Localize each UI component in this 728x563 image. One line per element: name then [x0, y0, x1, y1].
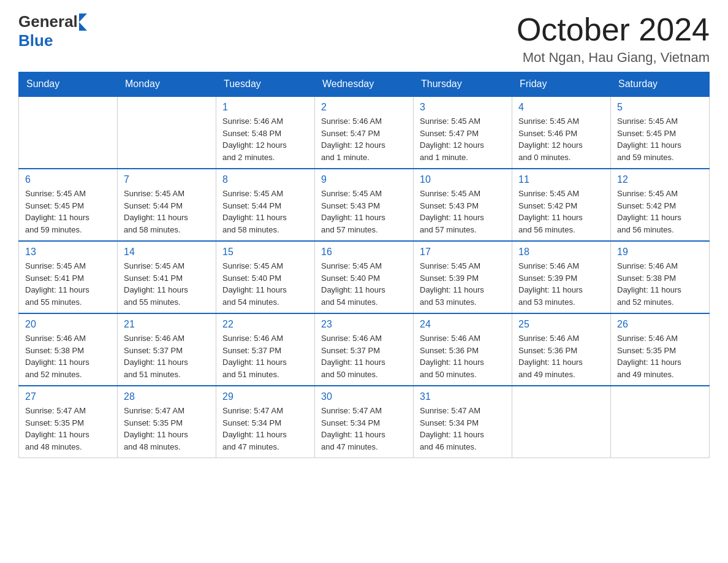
day-info: Sunrise: 5:47 AMSunset: 5:35 PMDaylight:…	[25, 405, 111, 453]
calendar-cell: 29Sunrise: 5:47 AMSunset: 5:34 PMDayligh…	[216, 386, 315, 458]
calendar-cell: 7Sunrise: 5:45 AMSunset: 5:44 PMDaylight…	[118, 169, 216, 241]
calendar-header-tuesday: Tuesday	[216, 72, 315, 97]
day-info: Sunrise: 5:46 AMSunset: 5:37 PMDaylight:…	[321, 332, 407, 380]
calendar-cell: 23Sunrise: 5:46 AMSunset: 5:37 PMDayligh…	[315, 313, 414, 386]
day-number: 31	[420, 391, 506, 402]
day-number: 29	[222, 391, 308, 402]
day-info: Sunrise: 5:45 AMSunset: 5:40 PMDaylight:…	[222, 260, 308, 308]
calendar-cell: 14Sunrise: 5:45 AMSunset: 5:41 PMDayligh…	[118, 241, 216, 313]
day-info: Sunrise: 5:47 AMSunset: 5:34 PMDaylight:…	[222, 405, 308, 453]
calendar-table: SundayMondayTuesdayWednesdayThursdayFrid…	[18, 72, 710, 458]
day-info: Sunrise: 5:45 AMSunset: 5:44 PMDaylight:…	[124, 188, 210, 236]
calendar-cell: 12Sunrise: 5:45 AMSunset: 5:42 PMDayligh…	[611, 169, 710, 241]
day-number: 30	[321, 391, 407, 402]
calendar-cell: 21Sunrise: 5:46 AMSunset: 5:37 PMDayligh…	[118, 313, 216, 386]
calendar-header-friday: Friday	[512, 72, 611, 97]
day-info: Sunrise: 5:46 AMSunset: 5:47 PMDaylight:…	[321, 115, 407, 163]
day-number: 5	[617, 102, 703, 113]
day-number: 25	[518, 319, 604, 330]
month-title: October 2024	[517, 12, 710, 47]
calendar-header-sunday: Sunday	[19, 72, 118, 97]
calendar-cell: 20Sunrise: 5:46 AMSunset: 5:38 PMDayligh…	[19, 313, 118, 386]
day-number: 21	[124, 319, 210, 330]
day-info: Sunrise: 5:45 AMSunset: 5:41 PMDaylight:…	[124, 260, 210, 308]
logo-general: General	[18, 12, 78, 31]
day-info: Sunrise: 5:47 AMSunset: 5:34 PMDaylight:…	[321, 405, 407, 453]
calendar-header-thursday: Thursday	[414, 72, 512, 97]
calendar-cell: 27Sunrise: 5:47 AMSunset: 5:35 PMDayligh…	[19, 386, 118, 458]
day-info: Sunrise: 5:45 AMSunset: 5:44 PMDaylight:…	[222, 188, 308, 236]
calendar-cell	[512, 386, 611, 458]
day-number: 11	[518, 174, 604, 185]
calendar-cell: 30Sunrise: 5:47 AMSunset: 5:34 PMDayligh…	[315, 386, 414, 458]
day-info: Sunrise: 5:45 AMSunset: 5:40 PMDaylight:…	[321, 260, 407, 308]
day-number: 20	[25, 319, 111, 330]
calendar-cell: 4Sunrise: 5:45 AMSunset: 5:46 PMDaylight…	[512, 96, 611, 169]
calendar-cell: 6Sunrise: 5:45 AMSunset: 5:45 PMDaylight…	[19, 169, 118, 241]
calendar-cell	[611, 386, 710, 458]
calendar-cell	[19, 96, 118, 169]
day-info: Sunrise: 5:46 AMSunset: 5:38 PMDaylight:…	[25, 332, 111, 380]
day-number: 16	[321, 247, 407, 258]
calendar-cell: 26Sunrise: 5:46 AMSunset: 5:35 PMDayligh…	[611, 313, 710, 386]
day-info: Sunrise: 5:45 AMSunset: 5:42 PMDaylight:…	[518, 188, 604, 236]
calendar-cell: 15Sunrise: 5:45 AMSunset: 5:40 PMDayligh…	[216, 241, 315, 313]
day-info: Sunrise: 5:45 AMSunset: 5:43 PMDaylight:…	[321, 188, 407, 236]
day-number: 6	[25, 174, 111, 185]
calendar-cell: 16Sunrise: 5:45 AMSunset: 5:40 PMDayligh…	[315, 241, 414, 313]
day-number: 4	[518, 102, 604, 113]
day-number: 12	[617, 174, 703, 185]
day-info: Sunrise: 5:47 AMSunset: 5:35 PMDaylight:…	[124, 405, 210, 453]
day-info: Sunrise: 5:45 AMSunset: 5:42 PMDaylight:…	[617, 188, 703, 236]
day-number: 3	[420, 102, 506, 113]
title-area: October 2024 Mot Ngan, Hau Giang, Vietna…	[517, 12, 710, 66]
calendar-week-row: 1Sunrise: 5:46 AMSunset: 5:48 PMDaylight…	[19, 96, 710, 169]
calendar-cell: 5Sunrise: 5:45 AMSunset: 5:45 PMDaylight…	[611, 96, 710, 169]
day-info: Sunrise: 5:46 AMSunset: 5:36 PMDaylight:…	[518, 332, 604, 380]
day-number: 10	[420, 174, 506, 185]
day-number: 19	[617, 247, 703, 258]
day-number: 22	[222, 319, 308, 330]
day-info: Sunrise: 5:45 AMSunset: 5:39 PMDaylight:…	[420, 260, 506, 308]
day-number: 27	[25, 391, 111, 402]
calendar-cell: 19Sunrise: 5:46 AMSunset: 5:38 PMDayligh…	[611, 241, 710, 313]
calendar-cell: 8Sunrise: 5:45 AMSunset: 5:44 PMDaylight…	[216, 169, 315, 241]
day-info: Sunrise: 5:46 AMSunset: 5:48 PMDaylight:…	[222, 115, 308, 163]
logo: General Blue	[18, 12, 87, 50]
calendar-cell: 31Sunrise: 5:47 AMSunset: 5:34 PMDayligh…	[414, 386, 512, 458]
calendar-cell: 17Sunrise: 5:45 AMSunset: 5:39 PMDayligh…	[414, 241, 512, 313]
calendar-cell: 25Sunrise: 5:46 AMSunset: 5:36 PMDayligh…	[512, 313, 611, 386]
day-info: Sunrise: 5:46 AMSunset: 5:37 PMDaylight:…	[124, 332, 210, 380]
day-info: Sunrise: 5:46 AMSunset: 5:39 PMDaylight:…	[518, 260, 604, 308]
day-number: 7	[124, 174, 210, 185]
logo-blue: Blue	[18, 31, 87, 50]
day-info: Sunrise: 5:46 AMSunset: 5:36 PMDaylight:…	[420, 332, 506, 380]
day-number: 26	[617, 319, 703, 330]
calendar-header-saturday: Saturday	[611, 72, 710, 97]
day-info: Sunrise: 5:46 AMSunset: 5:38 PMDaylight:…	[617, 260, 703, 308]
day-info: Sunrise: 5:45 AMSunset: 5:45 PMDaylight:…	[25, 188, 111, 236]
calendar-header-monday: Monday	[118, 72, 216, 97]
calendar-cell: 24Sunrise: 5:46 AMSunset: 5:36 PMDayligh…	[414, 313, 512, 386]
day-number: 8	[222, 174, 308, 185]
calendar-cell: 13Sunrise: 5:45 AMSunset: 5:41 PMDayligh…	[19, 241, 118, 313]
calendar-cell: 10Sunrise: 5:45 AMSunset: 5:43 PMDayligh…	[414, 169, 512, 241]
calendar-cell: 3Sunrise: 5:45 AMSunset: 5:47 PMDaylight…	[414, 96, 512, 169]
day-number: 24	[420, 319, 506, 330]
day-info: Sunrise: 5:46 AMSunset: 5:37 PMDaylight:…	[222, 332, 308, 380]
day-info: Sunrise: 5:45 AMSunset: 5:47 PMDaylight:…	[420, 115, 506, 163]
day-info: Sunrise: 5:45 AMSunset: 5:43 PMDaylight:…	[420, 188, 506, 236]
day-info: Sunrise: 5:45 AMSunset: 5:46 PMDaylight:…	[518, 115, 604, 163]
day-number: 17	[420, 247, 506, 258]
location-title: Mot Ngan, Hau Giang, Vietnam	[517, 50, 710, 66]
day-info: Sunrise: 5:47 AMSunset: 5:34 PMDaylight:…	[420, 405, 506, 453]
calendar-cell: 9Sunrise: 5:45 AMSunset: 5:43 PMDaylight…	[315, 169, 414, 241]
calendar-week-row: 13Sunrise: 5:45 AMSunset: 5:41 PMDayligh…	[19, 241, 710, 313]
calendar-week-row: 6Sunrise: 5:45 AMSunset: 5:45 PMDaylight…	[19, 169, 710, 241]
calendar-cell: 18Sunrise: 5:46 AMSunset: 5:39 PMDayligh…	[512, 241, 611, 313]
calendar-cell: 22Sunrise: 5:46 AMSunset: 5:37 PMDayligh…	[216, 313, 315, 386]
day-info: Sunrise: 5:46 AMSunset: 5:35 PMDaylight:…	[617, 332, 703, 380]
calendar-header-wednesday: Wednesday	[315, 72, 414, 97]
day-info: Sunrise: 5:45 AMSunset: 5:41 PMDaylight:…	[25, 260, 111, 308]
day-info: Sunrise: 5:45 AMSunset: 5:45 PMDaylight:…	[617, 115, 703, 163]
